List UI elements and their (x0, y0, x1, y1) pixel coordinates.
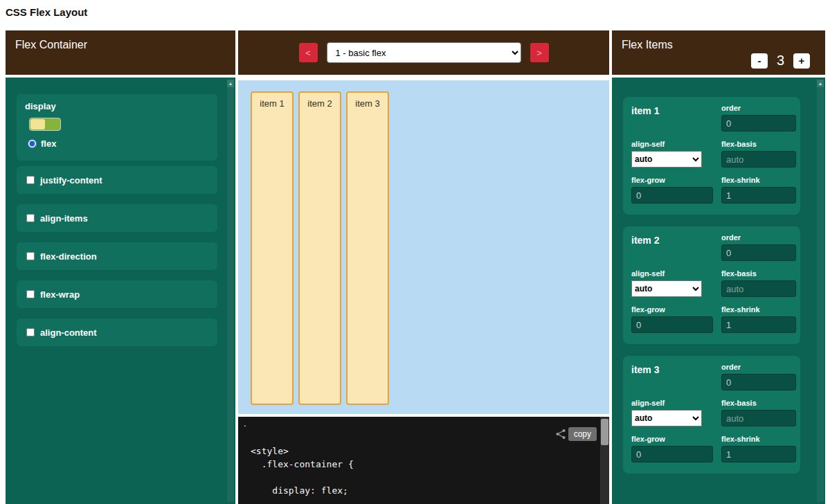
flex-direction-checkbox[interactable] (26, 252, 35, 260)
align-items-panel: align-items (17, 204, 217, 232)
preview-panel: < 1 - basic flex > item 1 item 2 item 3 … (238, 30, 609, 504)
flex-direction-label: flex-direction (40, 251, 97, 262)
display-toggle[interactable] (29, 118, 61, 131)
justify-content-row: justify-content (17, 166, 217, 194)
flex-container-title: Flex Container (15, 39, 87, 51)
right-scrollbar[interactable]: ▲ (817, 80, 824, 502)
flex-shrink-input[interactable] (721, 187, 796, 204)
align-self-select[interactable]: auto (631, 280, 702, 297)
align-self-select[interactable]: auto (631, 151, 702, 168)
justify-content-checkbox[interactable] (26, 176, 35, 184)
flex-shrink-label: flex-shrink (721, 305, 796, 314)
left-scrollbar[interactable]: ▲ (227, 80, 234, 502)
display-flex-radio[interactable] (28, 139, 37, 148)
order-label: order (721, 363, 796, 371)
prev-example-button[interactable]: < (299, 43, 318, 62)
flex-grow-label: flex-grow (631, 435, 713, 443)
flex-basis-input[interactable] (721, 410, 796, 426)
next-example-button[interactable]: > (530, 43, 549, 62)
order-label: order (721, 233, 796, 242)
item-card-title: item 3 (631, 363, 713, 390)
flex-basis-label: flex-basis (721, 399, 796, 407)
demo-item-1[interactable]: item 1 (251, 91, 294, 405)
align-self-field: align-self auto (631, 269, 713, 297)
flex-direction-row: flex-direction (17, 242, 217, 270)
demo-item-2[interactable]: item 2 (298, 91, 341, 405)
flex-grow-input[interactable] (631, 446, 713, 462)
code-line: display: flex; (251, 484, 594, 497)
add-item-button[interactable]: + (793, 53, 810, 69)
item-card-title: item 1 (631, 104, 713, 132)
example-select[interactable]: 1 - basic flex (327, 42, 521, 63)
flex-basis-field: flex-basis (721, 140, 796, 168)
flex-shrink-field: flex-shrink (721, 305, 796, 333)
scroll-up-icon[interactable]: ▲ (817, 80, 824, 87)
flex-basis-field: flex-basis (721, 399, 796, 426)
flex-container-panel: Flex Container display flex justify-cont… (6, 30, 235, 504)
align-content-panel: align-content (17, 318, 217, 346)
align-items-checkbox[interactable] (26, 214, 35, 222)
code-line: <style> (251, 444, 594, 458)
flex-shrink-label: flex-shrink (721, 176, 796, 184)
align-self-field: align-self auto (631, 399, 713, 426)
flex-shrink-input[interactable] (721, 446, 796, 462)
flex-container-body: display flex justify-content align (6, 78, 235, 504)
flex-items-header: Flex Items - 3 + (612, 30, 825, 75)
align-self-field: align-self auto (631, 140, 713, 168)
code-bullet: . (244, 418, 246, 429)
order-field: order (721, 104, 796, 132)
align-self-label: align-self (631, 399, 713, 407)
display-panel: display flex (17, 94, 217, 161)
flex-grow-label: flex-grow (631, 305, 713, 314)
flex-basis-input[interactable] (721, 280, 796, 297)
copy-button[interactable]: copy (568, 427, 597, 441)
code-panel: . copy <style> .flex-container { display… (238, 417, 609, 504)
display-toggle-knob (30, 119, 45, 129)
share-icon[interactable] (555, 429, 566, 440)
flex-grow-field: flex-grow (631, 176, 713, 204)
remove-item-button[interactable]: - (751, 53, 768, 69)
flex-direction-panel: flex-direction (17, 242, 217, 270)
code-line (251, 471, 594, 484)
preview-header: < 1 - basic flex > (238, 30, 609, 75)
flex-container-header: Flex Container (6, 30, 235, 75)
justify-content-label: justify-content (40, 175, 102, 186)
flex-basis-input[interactable] (721, 151, 796, 168)
code-scrollbar[interactable] (600, 417, 609, 504)
code-scrollbar-thumb[interactable] (601, 419, 608, 445)
flex-shrink-field: flex-shrink (721, 176, 796, 204)
flex-grow-field: flex-grow (631, 435, 713, 462)
flex-grow-label: flex-grow (631, 176, 713, 184)
flex-wrap-label: flex-wrap (40, 289, 80, 300)
flex-grow-input[interactable] (631, 187, 713, 204)
flex-basis-field: flex-basis (721, 269, 796, 297)
item-card-3: item 3 order align-self auto flex-basis (623, 356, 800, 474)
flex-wrap-checkbox[interactable] (26, 290, 35, 298)
item-counter: - 3 + (751, 53, 810, 69)
scroll-up-icon[interactable]: ▲ (227, 80, 234, 87)
display-flex-radio-label: flex (41, 138, 56, 149)
flex-grow-input[interactable] (631, 316, 713, 333)
align-self-select[interactable]: auto (631, 410, 702, 426)
demo-item-3[interactable]: item 3 (346, 91, 389, 405)
order-input[interactable] (721, 115, 796, 132)
order-input[interactable] (721, 374, 796, 390)
align-self-label: align-self (631, 269, 713, 278)
order-field: order (721, 233, 796, 261)
flex-shrink-field: flex-shrink (721, 435, 796, 462)
align-items-row: align-items (17, 204, 217, 232)
display-flex-radio-row: flex (28, 138, 217, 149)
code-block: <style> .flex-container { display: flex; (251, 444, 594, 497)
flex-grow-field: flex-grow (631, 305, 713, 333)
align-content-checkbox[interactable] (26, 328, 35, 336)
order-input[interactable] (721, 244, 796, 261)
flex-basis-label: flex-basis (721, 269, 796, 278)
code-line: .flex-container { (251, 458, 594, 471)
justify-content-panel: justify-content (17, 166, 217, 194)
app-window: CSS Flex Layout Flex Container display f… (0, 0, 830, 504)
flex-items-body: item 1 order align-self auto flex-basis (612, 78, 825, 504)
flex-wrap-panel: flex-wrap (17, 280, 217, 308)
flex-shrink-input[interactable] (721, 316, 796, 333)
align-self-label: align-self (631, 140, 713, 148)
flex-items-title: Flex Items (622, 39, 673, 51)
